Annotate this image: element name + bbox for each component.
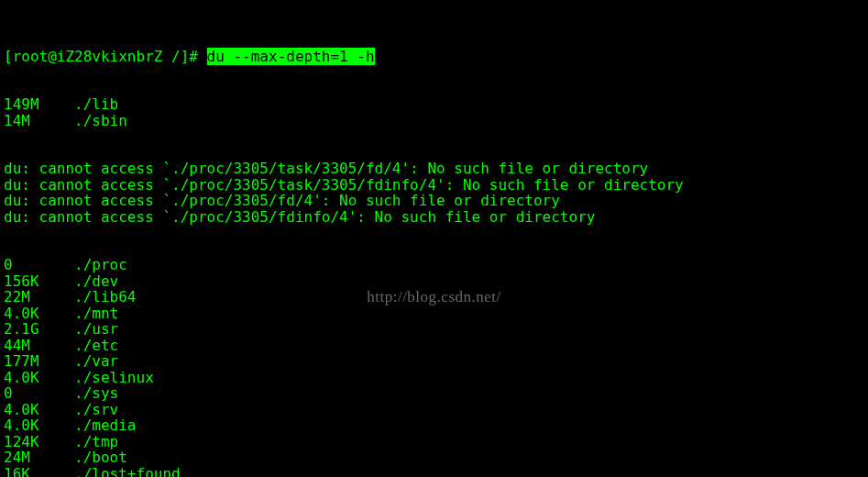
du-error: du: cannot access `./proc/3305/task/3305… [4, 177, 864, 194]
du-row: 22M ./lib64 [4, 289, 864, 305]
du-error: du: cannot access `./proc/3305/fd/4': No… [4, 193, 864, 209]
du-row: 149M ./lib [4, 96, 864, 113]
terminal[interactable]: http://blog.csdn.net/ [root@iZ28vkixnbrZ… [0, 0, 868, 477]
du-row: 177M ./var [4, 353, 864, 370]
du-row: 156K ./dev [4, 273, 864, 290]
du-row: 0 ./sys [4, 385, 864, 402]
du-row: 0 ./proc [4, 257, 864, 273]
du-row: 16K ./lost+found [4, 466, 864, 478]
du-row: 4.0K ./selinux [4, 370, 864, 386]
du-row: 124K ./tmp [4, 434, 864, 450]
du-row: 2.1G ./usr [4, 321, 864, 338]
du-row: 44M ./etc [4, 338, 864, 354]
shell-prompt: [root@iZ28vkixnbrZ /]# [4, 48, 207, 65]
du-error: du: cannot access `./proc/3305/fdinfo/4'… [4, 209, 864, 226]
du-row: 14M ./sbin [4, 113, 864, 129]
du-row: 4.0K ./mnt [4, 305, 864, 322]
command-input[interactable]: du --max-depth=1 -h [207, 48, 375, 65]
du-row: 24M ./boot [4, 449, 864, 466]
du-row: 4.0K ./media [4, 417, 864, 434]
du-error: du: cannot access `./proc/3305/task/3305… [4, 161, 864, 177]
du-row: 4.0K ./srv [4, 402, 864, 418]
